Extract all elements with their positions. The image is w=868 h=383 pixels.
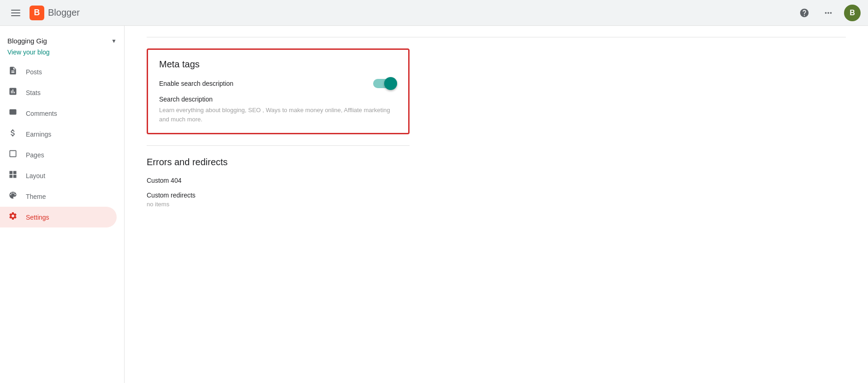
meta-tags-title: Meta tags xyxy=(159,59,397,70)
comments-icon xyxy=(7,108,18,119)
meta-tags-section: Meta tags Enable search description Sear… xyxy=(147,48,410,134)
sidebar-item-posts-label: Posts xyxy=(26,68,42,76)
header: B Blogger B xyxy=(0,0,868,26)
enable-search-label: Enable search description xyxy=(159,80,233,87)
layout-icon xyxy=(7,170,18,181)
brand-name: Blogger xyxy=(48,7,80,18)
custom-redirects-value: no items xyxy=(147,201,846,208)
sidebar-item-posts[interactable]: Posts xyxy=(0,61,117,82)
search-description-section: Search description Learn everything abou… xyxy=(159,96,397,124)
hamburger-menu[interactable] xyxy=(7,6,24,20)
errors-redirects-section: Errors and redirects Custom 404 Custom r… xyxy=(147,157,846,208)
sidebar-item-earnings-label: Earnings xyxy=(26,131,51,138)
posts-icon xyxy=(7,66,18,78)
apps-icon[interactable] xyxy=(820,5,837,21)
sidebar-item-comments[interactable]: Comments xyxy=(0,103,117,124)
blog-name: Blogging Gig xyxy=(7,37,47,45)
sidebar-item-theme[interactable]: Theme xyxy=(0,186,117,207)
theme-icon xyxy=(7,191,18,202)
enable-search-row: Enable search description xyxy=(159,77,397,90)
view-blog-link[interactable]: View your blog xyxy=(0,47,124,61)
stats-icon xyxy=(7,87,18,98)
custom-404-label: Custom 404 xyxy=(147,177,846,184)
settings-icon xyxy=(7,211,18,223)
sidebar-item-pages[interactable]: Pages xyxy=(0,144,117,165)
chevron-down-icon: ▼ xyxy=(111,38,117,44)
blog-selector[interactable]: Blogging Gig ▼ xyxy=(0,33,124,47)
errors-redirects-title: Errors and redirects xyxy=(147,157,846,168)
custom-redirects-item: Custom redirects no items xyxy=(147,192,846,208)
sidebar-item-pages-label: Pages xyxy=(26,151,44,159)
custom-redirects-label: Custom redirects xyxy=(147,192,846,199)
sidebar-item-layout[interactable]: Layout xyxy=(0,165,117,186)
header-right: B xyxy=(796,5,861,21)
main-content: Meta tags Enable search description Sear… xyxy=(125,26,868,383)
sidebar-item-theme-label: Theme xyxy=(26,193,46,200)
app-body: Blogging Gig ▼ View your blog Posts Stat… xyxy=(0,0,868,383)
sidebar-item-settings[interactable]: Settings xyxy=(0,207,117,227)
top-divider xyxy=(147,37,846,37)
sidebar-item-comments-label: Comments xyxy=(26,110,57,117)
sidebar-item-stats[interactable]: Stats xyxy=(0,82,117,103)
avatar[interactable]: B xyxy=(844,5,861,21)
earnings-icon xyxy=(7,128,18,140)
sidebar-item-earnings[interactable]: Earnings xyxy=(0,124,117,144)
toggle-thumb xyxy=(384,77,397,90)
sidebar-item-settings-label: Settings xyxy=(26,214,49,221)
custom-404-item: Custom 404 xyxy=(147,177,846,184)
search-description-toggle[interactable] xyxy=(373,77,397,90)
section-divider xyxy=(147,145,410,146)
help-icon[interactable] xyxy=(796,5,813,21)
pages-icon xyxy=(7,149,18,161)
sidebar-item-layout-label: Layout xyxy=(26,172,45,180)
search-desc-title: Search description xyxy=(159,96,397,103)
sidebar-item-stats-label: Stats xyxy=(26,89,41,96)
blogger-icon: B xyxy=(30,6,44,20)
search-desc-text: Learn everything about blogging, SEO , W… xyxy=(159,106,397,124)
header-left: B Blogger xyxy=(7,6,796,20)
sidebar: Blogging Gig ▼ View your blog Posts Stat… xyxy=(0,26,125,383)
blogger-logo: B Blogger xyxy=(30,6,80,20)
